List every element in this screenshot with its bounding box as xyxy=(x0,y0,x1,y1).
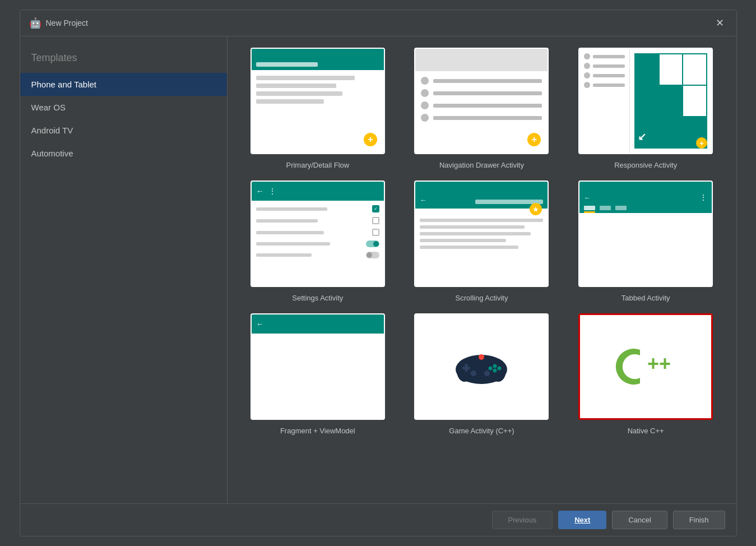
template-thumb-native-cpp: ++ xyxy=(578,313,713,420)
svg-point-1 xyxy=(457,359,472,382)
template-fragment-viewmodel[interactable]: ← Fragment + ViewModel xyxy=(244,313,392,435)
title-bar-left: 🤖 New Project xyxy=(29,17,88,29)
template-label-primary-detail: Primary/Detail Flow xyxy=(286,161,349,169)
svg-point-6 xyxy=(498,367,502,371)
template-thumb-settings: ← ⋮ ✓ xyxy=(251,181,385,287)
sidebar-item-wear-os[interactable]: Wear OS xyxy=(20,96,227,119)
template-label-navigation-drawer: Navigation Drawer Activity xyxy=(439,161,524,169)
plus-fab: + xyxy=(364,133,377,146)
sidebar-section-title: Templates xyxy=(20,48,227,73)
template-tabbed[interactable]: ← ⋮ xyxy=(572,181,720,302)
templates-grid: + Primary/Detail Flow xyxy=(244,48,720,435)
template-game-cpp[interactable]: Game Activity (C++) xyxy=(408,313,555,435)
sidebar: Templates Phone and Tablet Wear OS Andro… xyxy=(20,36,228,503)
svg-point-11 xyxy=(484,371,490,376)
template-thumb-tabbed: ← ⋮ xyxy=(578,181,713,287)
android-icon: 🤖 xyxy=(29,17,41,29)
finish-button[interactable]: Finish xyxy=(673,511,725,529)
sidebar-item-phone-tablet[interactable]: Phone and Tablet xyxy=(20,73,227,96)
cpp-logo-svg: ++ xyxy=(609,341,682,392)
template-label-scrolling: Scrolling Activity xyxy=(456,294,508,302)
template-label-native-cpp: Native C++ xyxy=(628,427,664,435)
new-project-dialog: 🤖 New Project ✕ Templates Phone and Tabl… xyxy=(20,10,737,536)
svg-point-8 xyxy=(489,367,493,371)
template-label-responsive: Responsive Activity xyxy=(614,161,677,169)
next-button[interactable]: Next xyxy=(558,511,606,529)
template-scrolling[interactable]: ← ★ xyxy=(408,181,555,302)
template-responsive[interactable]: ↙ + Responsive Activity xyxy=(572,48,720,169)
template-navigation-drawer[interactable]: + Navigation Drawer Activity xyxy=(408,48,555,169)
svg-point-2 xyxy=(490,359,506,382)
svg-point-7 xyxy=(493,369,497,373)
previous-button[interactable]: Previous xyxy=(492,511,553,529)
svg-rect-4 xyxy=(465,364,468,372)
sidebar-item-automotive[interactable]: Automotive xyxy=(20,142,227,165)
dialog-title: New Project xyxy=(46,18,88,27)
sidebar-item-android-tv[interactable]: Android TV xyxy=(20,119,227,142)
template-label-game-cpp: Game Activity (C++) xyxy=(449,427,514,435)
template-native-cpp[interactable]: ++ Native C++ xyxy=(572,313,720,435)
svg-text:++: ++ xyxy=(647,352,671,375)
bottom-bar: Previous Next Cancel Finish xyxy=(20,503,736,536)
svg-point-5 xyxy=(493,364,497,368)
template-label-tabbed: Tabbed Activity xyxy=(622,294,670,302)
template-thumb-fragment-viewmodel: ← xyxy=(251,313,385,420)
template-thumb-primary-detail: + xyxy=(251,48,385,154)
template-thumb-responsive: ↙ + xyxy=(578,48,713,154)
template-thumb-scrolling: ← ★ xyxy=(414,181,549,287)
template-settings[interactable]: ← ⋮ ✓ xyxy=(244,181,392,302)
template-label-settings: Settings Activity xyxy=(292,294,343,302)
template-label-fragment-viewmodel: Fragment + ViewModel xyxy=(280,427,355,435)
template-primary-detail[interactable]: + Primary/Detail Flow xyxy=(244,48,392,169)
content-area: Templates Phone and Tablet Wear OS Andro… xyxy=(20,36,736,503)
close-button[interactable]: ✕ xyxy=(712,16,727,30)
templates-main: + Primary/Detail Flow xyxy=(228,36,736,503)
svg-point-10 xyxy=(471,371,476,376)
template-thumb-game-cpp xyxy=(414,313,549,420)
svg-point-9 xyxy=(479,354,484,360)
cancel-button[interactable]: Cancel xyxy=(612,511,667,529)
title-bar: 🤖 New Project ✕ xyxy=(20,10,736,36)
gamepad-svg xyxy=(453,347,509,386)
template-thumb-navigation-drawer: + xyxy=(414,48,549,154)
